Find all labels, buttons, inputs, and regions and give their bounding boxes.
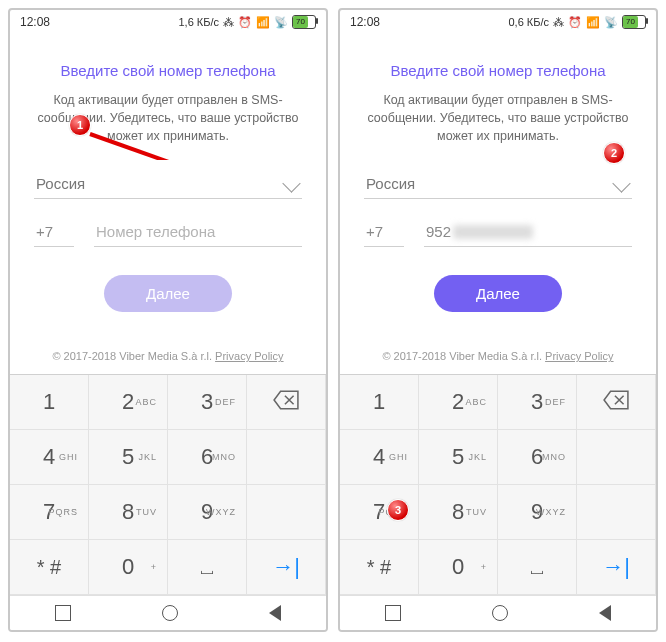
key-backspace[interactable]: [577, 375, 656, 430]
phone-value: 952: [426, 223, 451, 240]
key-1[interactable]: 1: [10, 375, 89, 430]
status-time: 12:08: [350, 15, 380, 29]
phone-row: +7 952: [364, 217, 632, 247]
key-3[interactable]: 3DEF: [498, 375, 577, 430]
key-backspace[interactable]: [247, 375, 326, 430]
dial-code[interactable]: +7: [364, 217, 404, 247]
key-2[interactable]: 2ABC: [419, 375, 498, 430]
key-6[interactable]: 6MNO: [168, 430, 247, 485]
key-symbol[interactable]: * #: [340, 540, 419, 595]
key-5[interactable]: 5JKL: [89, 430, 168, 485]
key-9[interactable]: 9WXYZ: [498, 485, 577, 540]
battery-icon: 70: [622, 15, 646, 29]
next-button[interactable]: Далее: [104, 275, 232, 312]
footer: © 2017-2018 Viber Media S.à r.l. Privacy…: [364, 350, 632, 362]
key-empty: [247, 430, 326, 485]
key-1[interactable]: 1: [340, 375, 419, 430]
country-label: Россия: [366, 175, 415, 192]
key-6[interactable]: 6MNO: [498, 430, 577, 485]
wifi-icon: 📡: [274, 16, 288, 29]
phone-placeholder: Номер телефона: [96, 223, 215, 240]
chevron-down-icon: [282, 175, 300, 193]
key-empty: [577, 485, 656, 540]
status-bar: 12:08 1,6 КБ/с ⁂ ⏰ 📶 📡 70: [10, 10, 326, 34]
content-area: Введите свой номер телефона Код активаци…: [10, 34, 326, 374]
page-subtitle: Код активации будет отправлен в SMS-сооб…: [364, 91, 632, 145]
phone-input[interactable]: 952: [424, 217, 632, 247]
privacy-link[interactable]: Privacy Policy: [545, 350, 613, 362]
page-title: Введите свой номер телефона: [364, 62, 632, 79]
key-3[interactable]: 3DEF: [168, 375, 247, 430]
key-2[interactable]: 2ABC: [89, 375, 168, 430]
alarm-icon: ⏰: [238, 16, 252, 29]
status-bar: 12:08 0,6 КБ/с ⁂ ⏰ 📶 📡 70: [340, 10, 656, 34]
back-button[interactable]: [269, 605, 281, 621]
signal-icon: 📶: [586, 16, 600, 29]
key-8[interactable]: 8TUV: [419, 485, 498, 540]
key-0[interactable]: 0+: [419, 540, 498, 595]
content-area: Введите свой номер телефона Код активаци…: [340, 34, 656, 374]
backspace-icon: [273, 390, 299, 414]
numeric-keypad: 12ABC3DEF4GHI5JKL6MNO7PQRS8TUV9WXYZ* #0+…: [340, 374, 656, 595]
recents-button[interactable]: [55, 605, 71, 621]
key-7[interactable]: 7PQRS: [10, 485, 89, 540]
page-title: Введите свой номер телефона: [34, 62, 302, 79]
country-selector[interactable]: Россия: [364, 169, 632, 199]
privacy-link[interactable]: Privacy Policy: [215, 350, 283, 362]
chevron-down-icon: [612, 175, 630, 193]
recents-button[interactable]: [385, 605, 401, 621]
battery-icon: 70: [292, 15, 316, 29]
key-go[interactable]: →|: [247, 540, 326, 595]
phone-row: +7 Номер телефона: [34, 217, 302, 247]
home-button[interactable]: [492, 605, 508, 621]
bluetooth-icon: ⁂: [553, 16, 564, 29]
screenshot-left: 12:08 1,6 КБ/с ⁂ ⏰ 📶 📡 70 Введите свой н…: [8, 8, 328, 632]
alarm-icon: ⏰: [568, 16, 582, 29]
go-icon: →|: [272, 554, 300, 580]
key-5[interactable]: 5JKL: [419, 430, 498, 485]
key-symbol[interactable]: ⎵: [168, 540, 247, 595]
footer: © 2017-2018 Viber Media S.à r.l. Privacy…: [34, 350, 302, 362]
phone-input[interactable]: Номер телефона: [94, 217, 302, 247]
key-7[interactable]: 7PQRS: [340, 485, 419, 540]
back-button[interactable]: [599, 605, 611, 621]
key-4[interactable]: 4GHI: [340, 430, 419, 485]
key-8[interactable]: 8TUV: [89, 485, 168, 540]
screenshot-right: 12:08 0,6 КБ/с ⁂ ⏰ 📶 📡 70 Введите свой н…: [338, 8, 658, 632]
page-subtitle: Код активации будет отправлен в SMS-сооб…: [34, 91, 302, 145]
key-symbol[interactable]: ⎵: [498, 540, 577, 595]
bluetooth-icon: ⁂: [223, 16, 234, 29]
key-empty: [577, 430, 656, 485]
signal-icon: 📶: [256, 16, 270, 29]
home-button[interactable]: [162, 605, 178, 621]
status-time: 12:08: [20, 15, 50, 29]
key-9[interactable]: 9WXYZ: [168, 485, 247, 540]
redacted-portion: [453, 225, 533, 239]
key-4[interactable]: 4GHI: [10, 430, 89, 485]
footer-copy: © 2017-2018 Viber Media S.à r.l.: [52, 350, 212, 362]
numeric-keypad: 12ABC3DEF4GHI5JKL6MNO7PQRS8TUV9WXYZ* #0+…: [10, 374, 326, 595]
footer-copy: © 2017-2018 Viber Media S.à r.l.: [382, 350, 542, 362]
dial-code[interactable]: +7: [34, 217, 74, 247]
next-button[interactable]: Далее: [434, 275, 562, 312]
android-nav-bar: [10, 595, 326, 630]
country-label: Россия: [36, 175, 85, 192]
status-speed: 0,6 КБ/с: [508, 16, 549, 28]
backspace-icon: [603, 390, 629, 414]
key-empty: [247, 485, 326, 540]
android-nav-bar: [340, 595, 656, 630]
key-symbol[interactable]: * #: [10, 540, 89, 595]
go-icon: →|: [602, 554, 630, 580]
status-right: 0,6 КБ/с ⁂ ⏰ 📶 📡 70: [508, 15, 646, 29]
status-right: 1,6 КБ/с ⁂ ⏰ 📶 📡 70: [178, 15, 316, 29]
key-0[interactable]: 0+: [89, 540, 168, 595]
wifi-icon: 📡: [604, 16, 618, 29]
key-go[interactable]: →|: [577, 540, 656, 595]
status-speed: 1,6 КБ/с: [178, 16, 219, 28]
country-selector[interactable]: Россия: [34, 169, 302, 199]
